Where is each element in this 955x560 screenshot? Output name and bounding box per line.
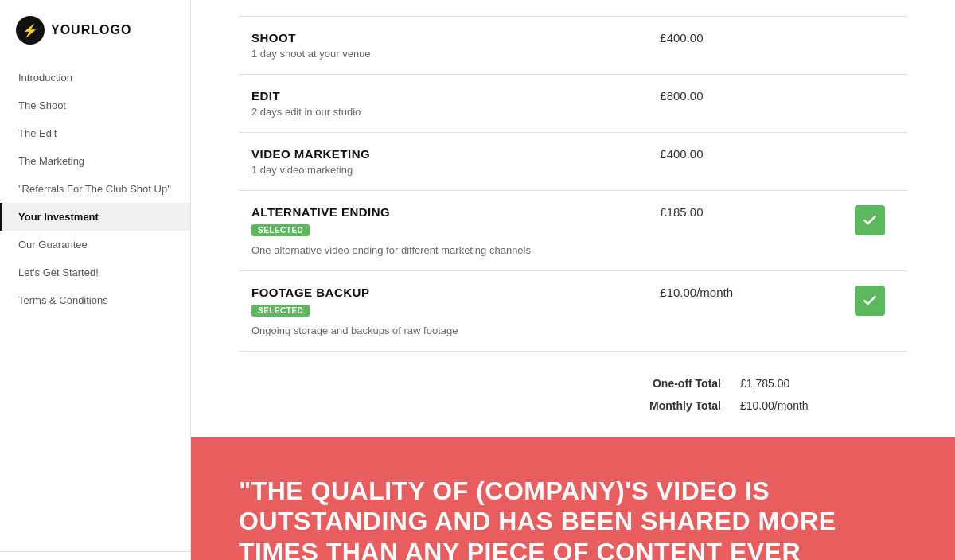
totals-section: One-off Total £1,785.00 Monthly Total £1… — [239, 377, 907, 412]
item-price-alt-ending: £185.00 — [647, 191, 832, 271]
item-desc-alt-ending: One alternative video ending for differe… — [251, 244, 634, 256]
logo-container: ⚡ YOURLOGO — [0, 0, 190, 64]
pricing-section: SHOOT 1 day shoot at your venue £400.00 … — [191, 0, 955, 438]
logo-text: YOURLOGO — [51, 23, 131, 37]
table-row: ALTERNATIVE ENDING SELECTED One alternat… — [239, 191, 907, 271]
sidebar-item-shoot[interactable]: The Shoot — [0, 91, 190, 119]
selected-badge-alt-ending: SELECTED — [251, 224, 310, 236]
item-shoot: SHOOT 1 day shoot at your venue — [239, 17, 647, 75]
monthly-label: Monthly Total — [613, 399, 740, 412]
sidebar-item-referrals[interactable]: "Referrals For The Club Shot Up" — [0, 175, 190, 203]
item-footage-backup: FOOTAGE BACKUP SELECTED Ongoing storage … — [239, 271, 647, 352]
table-row: EDIT 2 days edit in our studio £800.00 — [239, 75, 907, 133]
item-name-alt-ending: ALTERNATIVE ENDING — [251, 205, 634, 219]
banner-quote-text: "THE QUALITY OF (COMPANY)'S VIDEO IS OUT… — [239, 476, 907, 560]
checkmark-icon — [862, 212, 878, 228]
table-row: FOOTAGE BACKUP SELECTED Ongoing storage … — [239, 271, 907, 352]
sidebar-nav: Introduction The Shoot The Edit The Mark… — [0, 64, 190, 551]
item-check-shoot — [833, 17, 907, 75]
table-row: SHOOT 1 day shoot at your venue £400.00 — [239, 17, 907, 75]
item-check-alt-ending — [833, 191, 907, 271]
checkmark-footage-backup[interactable] — [855, 286, 885, 316]
sidebar-item-get-started[interactable]: Let's Get Started! — [0, 259, 190, 286]
item-check-video-marketing — [833, 133, 907, 191]
sidebar-item-terms[interactable]: Terms & Conditions — [0, 286, 190, 314]
monthly-total-row: Monthly Total £10.00/month — [239, 399, 867, 412]
item-price-edit: £800.00 — [647, 75, 832, 133]
item-alternative-ending: ALTERNATIVE ENDING SELECTED One alternat… — [239, 191, 647, 271]
checkmark-icon — [862, 293, 878, 309]
item-price-shoot: £400.00 — [647, 17, 832, 75]
item-check-footage-backup — [833, 271, 907, 352]
monthly-value: £10.00/month — [740, 399, 867, 412]
item-name-edit: EDIT — [251, 89, 634, 103]
sidebar-item-investment[interactable]: Your Investment — [0, 203, 190, 231]
sidebar-item-guarantee[interactable]: Our Guarantee — [0, 231, 190, 259]
item-name-shoot: SHOOT — [251, 31, 634, 45]
one-off-value: £1,785.00 — [740, 377, 867, 390]
item-desc-edit: 2 days edit in our studio — [251, 106, 634, 118]
sidebar-item-introduction[interactable]: Introduction — [0, 64, 190, 91]
item-check-edit — [833, 75, 907, 133]
testimonial-banner: "THE QUALITY OF (COMPANY)'S VIDEO IS OUT… — [191, 438, 955, 560]
item-name-video-marketing: VIDEO MARKETING — [251, 147, 634, 161]
one-off-total-row: One-off Total £1,785.00 — [239, 377, 867, 390]
sidebar-footer — [0, 551, 190, 560]
item-name-footage-backup: FOOTAGE BACKUP — [251, 286, 634, 299]
sidebar-item-edit[interactable]: The Edit — [0, 119, 190, 147]
item-edit: EDIT 2 days edit in our studio — [239, 75, 647, 133]
table-row: VIDEO MARKETING 1 day video marketing £4… — [239, 133, 907, 191]
sidebar: ⚡ YOURLOGO Introduction The Shoot The Ed… — [0, 0, 191, 560]
selected-badge-footage-backup: SELECTED — [251, 305, 310, 317]
item-desc-shoot: 1 day shoot at your venue — [251, 48, 634, 60]
pricing-table: SHOOT 1 day shoot at your venue £400.00 … — [239, 16, 907, 352]
item-video-marketing: VIDEO MARKETING 1 day video marketing — [239, 133, 647, 191]
item-desc-footage-backup: Ongoing storage and backups of raw foota… — [251, 325, 634, 336]
checkmark-alt-ending[interactable] — [855, 205, 885, 235]
logo-icon: ⚡ — [16, 16, 45, 45]
item-price-footage-backup: £10.00/month — [647, 271, 832, 352]
main-content: SHOOT 1 day shoot at your venue £400.00 … — [191, 0, 955, 560]
item-price-video-marketing: £400.00 — [647, 133, 832, 191]
sidebar-item-marketing[interactable]: The Marketing — [0, 147, 190, 175]
item-desc-video-marketing: 1 day video marketing — [251, 164, 634, 176]
one-off-label: One-off Total — [613, 377, 740, 390]
